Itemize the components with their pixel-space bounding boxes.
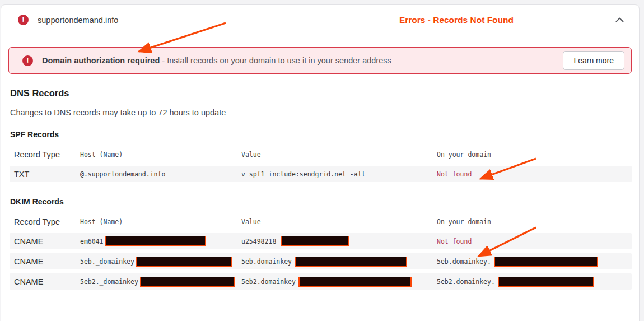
redaction-box: [298, 277, 412, 287]
alert-error-icon: !: [22, 55, 33, 66]
column-record-type: Record Type: [10, 217, 80, 226]
card-header: ! supportondemand.info Errors - Records …: [1, 5, 639, 35]
status-text: Errors - Records Not Found: [399, 15, 514, 25]
dns-records-subtitle: Changes to DNS records may take up to 72…: [10, 108, 632, 117]
error-icon: !: [18, 15, 29, 25]
record-host-text: 5eb2._domainkey: [80, 277, 138, 285]
redaction-box: [136, 257, 232, 267]
column-host-name: Host (Name): [80, 151, 241, 159]
record-type-value: CNAME: [10, 237, 80, 246]
dns-records-title: DNS Records: [10, 88, 632, 99]
column-on-your-domain: On your domain: [437, 151, 632, 159]
dkim-record-row: CNAME em6041 u25498218 Not found: [10, 233, 632, 249]
dkim-table-header: Record Type Host (Name) Value On your do…: [10, 215, 632, 229]
record-type-value: CNAME: [10, 257, 80, 266]
column-value: Value: [241, 151, 437, 159]
dkim-record-row: CNAME 5eb2._domainkey 5eb2.domainkey 5eb…: [10, 273, 632, 290]
record-host-value: 5eb._domainkey: [80, 257, 241, 267]
dkim-record-row: CNAME 5eb._domainkey 5eb.domainkey 5eb.d…: [10, 253, 632, 269]
column-value: Value: [241, 218, 437, 226]
chevron-up-icon: [615, 17, 624, 22]
alert-message: Domain authorization required - Install …: [42, 56, 391, 65]
domain-auth-alert: ! Domain authorization required - Instal…: [8, 47, 632, 74]
spf-records-heading: SPF Records: [10, 130, 632, 139]
spf-records-table: Record Type Host (Name) Value On your do…: [10, 148, 632, 182]
record-host-text: em6041: [80, 237, 104, 245]
record-domain-status: Not found: [437, 238, 632, 245]
record-value-value: 5eb.domainkey: [241, 257, 437, 267]
record-domain-value: 5eb2.domainkey.: [437, 277, 632, 287]
domain-auth-card: ! supportondemand.info Errors - Records …: [1, 4, 640, 321]
record-host-value: 5eb2._domainkey: [80, 277, 241, 287]
redaction-box: [295, 257, 407, 267]
redaction-box: [494, 257, 598, 267]
collapse-button[interactable]: [613, 14, 626, 26]
record-value-value: v=spf1 include:sendgrid.net -all: [241, 170, 437, 178]
record-host-value: @.supportondemand.info: [80, 170, 241, 178]
redaction-box: [105, 236, 206, 246]
dkim-records-table: Record Type Host (Name) Value On your do…: [10, 215, 632, 290]
record-value-text: 5eb2.domainkey: [241, 277, 296, 285]
record-domain-value: 5eb.domainkey.: [437, 257, 632, 267]
spf-table-header: Record Type Host (Name) Value On your do…: [10, 148, 632, 161]
column-host-name: Host (Name): [80, 218, 241, 226]
record-domain-text: 5eb2.domainkey.: [437, 277, 495, 285]
alert-description: - Install records on your domain to use …: [160, 56, 391, 65]
record-value-text: 5eb.domainkey: [241, 257, 292, 265]
record-value-value: 5eb2.domainkey: [241, 277, 437, 287]
domain-name: supportondemand.info: [38, 16, 118, 25]
record-value-text: u25498218: [241, 237, 276, 245]
record-host-value: em6041: [80, 236, 241, 246]
record-value-value: u25498218: [241, 236, 437, 246]
alert-title: Domain authorization required: [42, 56, 160, 65]
redaction-box: [281, 236, 349, 246]
record-type-value: TXT: [10, 170, 80, 179]
record-domain-text: 5eb.domainkey.: [437, 257, 491, 265]
dns-records-section: DNS Records Changes to DNS records may t…: [1, 88, 639, 290]
record-host-text: 5eb._domainkey: [80, 257, 134, 265]
record-domain-status: Not found: [437, 170, 632, 178]
dkim-records-heading: DKIM Records: [10, 197, 632, 206]
redaction-box: [498, 277, 594, 287]
redaction-box: [140, 277, 235, 287]
column-on-your-domain: On your domain: [437, 218, 632, 226]
spf-record-row: TXT @.supportondemand.info v=spf1 includ…: [10, 166, 632, 182]
learn-more-button[interactable]: Learn more: [563, 51, 624, 70]
column-record-type: Record Type: [10, 150, 80, 159]
record-type-value: CNAME: [10, 277, 80, 286]
